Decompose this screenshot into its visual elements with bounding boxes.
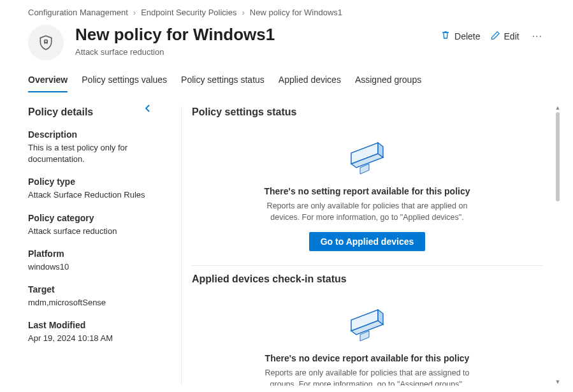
chevron-right-icon: › bbox=[133, 8, 136, 17]
tab-applied-devices[interactable]: Applied devices bbox=[279, 69, 341, 92]
empty-description: Reports are only available for policies … bbox=[259, 367, 475, 386]
policy-icon bbox=[28, 25, 64, 61]
empty-state-devices: There's no device report available for t… bbox=[192, 290, 542, 386]
detail-label: Description bbox=[28, 129, 149, 140]
detail-last-modified: Last Modified Apr 19, 2024 10:18 AM bbox=[28, 320, 149, 344]
detail-label: Policy type bbox=[28, 177, 149, 187]
empty-heading: There's no device report available for t… bbox=[217, 353, 517, 363]
empty-description: Reports are only available for policies … bbox=[259, 200, 475, 223]
page-title: New policy for Windows1 bbox=[75, 25, 440, 45]
edit-icon bbox=[491, 31, 500, 42]
tab-bar: Overview Policy settings values Policy s… bbox=[0, 69, 573, 92]
detail-value: Attack surface reduction bbox=[28, 226, 149, 237]
scroll-down-icon[interactable]: ▼ bbox=[555, 379, 561, 385]
detail-value: Attack Surface Reduction Rules bbox=[28, 189, 149, 201]
chevron-right-icon: › bbox=[242, 8, 244, 17]
section-title: Applied devices check-in status bbox=[192, 273, 542, 285]
page-subtitle: Attack surface reduction bbox=[75, 47, 440, 57]
detail-policy-category: Policy category Attack surface reduction bbox=[28, 213, 149, 237]
go-to-applied-devices-button[interactable]: Go to Applied devices bbox=[309, 232, 426, 251]
tab-settings-status[interactable]: Policy settings status bbox=[181, 69, 265, 92]
more-button[interactable]: ··· bbox=[530, 31, 545, 42]
tab-settings-values[interactable]: Policy settings values bbox=[82, 69, 167, 92]
delete-button[interactable]: Delete bbox=[440, 30, 480, 42]
detail-value: mdm,microsoftSense bbox=[28, 297, 149, 309]
detail-value: Apr 19, 2024 10:18 AM bbox=[28, 333, 149, 344]
settings-status-section: Policy settings status There's no settin… bbox=[192, 106, 542, 266]
detail-value: This is a test policy only for documenta… bbox=[28, 142, 149, 165]
detail-platform: Platform windows10 bbox=[28, 249, 149, 273]
breadcrumb-item-policies[interactable]: Endpoint Security Policies bbox=[141, 8, 236, 17]
detail-label: Last Modified bbox=[28, 320, 149, 330]
page-header: New policy for Windows1 Attack surface r… bbox=[0, 21, 573, 69]
scrollbar[interactable]: ▲ ▼ bbox=[555, 105, 560, 385]
policy-details-panel: Policy details Description This is a tes… bbox=[28, 106, 156, 386]
main-content: Policy settings status There's no settin… bbox=[192, 106, 573, 386]
detail-description: Description This is a test policy only f… bbox=[28, 129, 149, 165]
panel-title: Policy details bbox=[28, 106, 149, 118]
more-icon: ··· bbox=[532, 31, 542, 41]
breadcrumb-item-config[interactable]: Configuration Management bbox=[28, 8, 128, 17]
detail-label: Policy category bbox=[28, 213, 149, 223]
tab-overview[interactable]: Overview bbox=[28, 69, 68, 92]
scroll-up-icon[interactable]: ▲ bbox=[555, 105, 561, 111]
empty-heading: There's no setting report available for … bbox=[217, 186, 517, 196]
edit-button[interactable]: Edit bbox=[491, 31, 519, 42]
vertical-divider bbox=[181, 106, 182, 386]
detail-policy-type: Policy type Attack Surface Reduction Rul… bbox=[28, 177, 149, 201]
collapse-panel-button[interactable] bbox=[144, 104, 152, 115]
section-title: Policy settings status bbox=[192, 106, 542, 118]
monitor-icon bbox=[345, 142, 389, 178]
detail-label: Platform bbox=[28, 249, 149, 259]
tab-assigned-groups[interactable]: Assigned groups bbox=[355, 69, 421, 92]
edit-label: Edit bbox=[504, 31, 519, 41]
breadcrumb-item-current: New policy for Windows1 bbox=[250, 8, 342, 17]
breadcrumb: Configuration Management › Endpoint Secu… bbox=[0, 0, 573, 21]
scroll-thumb[interactable] bbox=[556, 112, 560, 201]
delete-icon bbox=[440, 30, 451, 42]
empty-state-settings: There's no setting report available for … bbox=[192, 123, 542, 266]
monitor-icon bbox=[345, 309, 389, 345]
detail-value: windows10 bbox=[28, 261, 149, 273]
delete-label: Delete bbox=[454, 31, 480, 41]
checkin-status-section: Applied devices check-in status There's … bbox=[192, 273, 542, 386]
detail-label: Target bbox=[28, 284, 149, 294]
detail-target: Target mdm,microsoftSense bbox=[28, 284, 149, 309]
